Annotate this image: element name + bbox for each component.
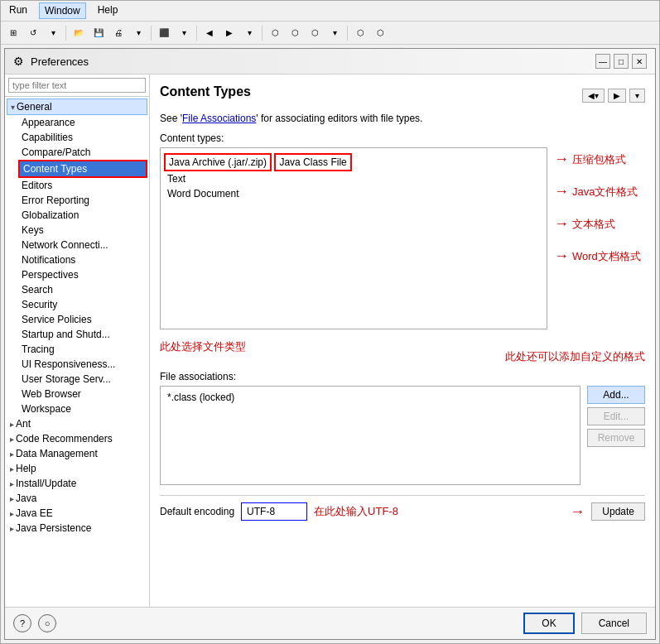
search-input[interactable] bbox=[8, 78, 146, 93]
panel-title: Content Types bbox=[160, 84, 251, 99]
annotation-java: Java文件格式 bbox=[572, 185, 638, 199]
tree-item-help[interactable]: Help bbox=[7, 461, 147, 476]
annotation-word: Word文档格式 bbox=[572, 249, 641, 264]
tree-leaf-content-types[interactable]: Content Types bbox=[18, 160, 147, 178]
tree-leaf-globalization[interactable]: Globalization bbox=[18, 208, 147, 223]
add-button[interactable]: Add... bbox=[587, 386, 645, 404]
toolbar-btn-1[interactable]: ⊞ bbox=[4, 24, 22, 42]
preferences-dialog: ⚙ Preferences — □ ✕ bbox=[4, 48, 656, 640]
chevron-icon-java bbox=[10, 493, 16, 504]
toolbar-btn-5[interactable]: 💾 bbox=[89, 24, 108, 42]
tree-leaf-workspace[interactable]: Workspace bbox=[18, 401, 147, 416]
toolbar-btn-10[interactable]: ◀ bbox=[200, 24, 219, 42]
tree-leaf-editors[interactable]: Editors bbox=[18, 178, 147, 193]
tree-leaf-tracing[interactable]: Tracing bbox=[18, 342, 147, 357]
toolbar-btn-15[interactable]: ⬡ bbox=[306, 24, 324, 42]
tree-item-general[interactable]: General bbox=[7, 99, 147, 115]
toolbar-btn-4[interactable]: 📂 bbox=[70, 24, 88, 42]
toolbar-btn-16[interactable]: ▾ bbox=[325, 24, 344, 42]
toolbar-btn-8[interactable]: ⬛ bbox=[155, 24, 173, 42]
side-buttons: Add... Edit... Remove bbox=[587, 386, 645, 447]
tree-leaf-network[interactable]: Network Connecti... bbox=[18, 238, 147, 252]
tree-item-java[interactable]: Java bbox=[7, 491, 147, 506]
toolbar-btn-9[interactable]: ▾ bbox=[175, 24, 193, 42]
toolbar-btn-2[interactable]: ↺ bbox=[24, 24, 42, 42]
tree-label-data-management: Data Management bbox=[16, 448, 98, 459]
menu-window[interactable]: Window bbox=[39, 2, 86, 19]
toolbar-btn-3[interactable]: ▾ bbox=[44, 24, 62, 42]
dialog-titlebar: ⚙ Preferences — □ ✕ bbox=[5, 49, 655, 74]
tree-item-install-update[interactable]: Install/Update bbox=[7, 476, 147, 491]
search-box bbox=[5, 74, 149, 97]
encoding-label: Default encoding bbox=[160, 506, 234, 517]
toolbar-btn-13[interactable]: ⬡ bbox=[266, 24, 284, 42]
tree-leaf-notifications[interactable]: Notifications bbox=[18, 252, 147, 267]
content-type-word[interactable]: Word Document bbox=[164, 186, 543, 201]
tree-leaf-appearance[interactable]: Appearance bbox=[18, 115, 147, 130]
tree-leaf-error-reporting[interactable]: Error Reporting bbox=[18, 193, 147, 208]
tree-leaf-web-browser[interactable]: Web Browser bbox=[18, 387, 147, 401]
tree-leaf-search[interactable]: Search bbox=[18, 282, 147, 297]
nav-menu-btn[interactable]: ▾ bbox=[629, 89, 645, 103]
menubar: Run Window Help bbox=[1, 1, 659, 22]
tree-leaf-capabilities[interactable]: Capabilities bbox=[18, 130, 147, 145]
toolbar-btn-7[interactable]: ▾ bbox=[129, 24, 147, 42]
file-associations-link[interactable]: File Associations bbox=[182, 113, 256, 124]
toolbar-sep-2 bbox=[151, 26, 152, 41]
help-circle-btn[interactable]: ○ bbox=[38, 614, 56, 632]
chevron-icon-data bbox=[10, 448, 16, 459]
tree-item-code-recommenders[interactable]: Code Recommenders bbox=[7, 431, 147, 446]
tree-item-java-ee[interactable]: Java EE bbox=[7, 506, 147, 521]
tree-item-data-management[interactable]: Data Management bbox=[7, 446, 147, 461]
encoding-row: Default encoding 在此处输入UTF-8 → Update bbox=[160, 495, 645, 521]
toolbar-btn-14[interactable]: ⬡ bbox=[286, 24, 304, 42]
file-assoc-item-class[interactable]: *.class (locked) bbox=[164, 390, 576, 405]
help-question-btn[interactable]: ? bbox=[13, 614, 31, 632]
tree-children-general: Appearance Capabilities Compare/Patch Co… bbox=[18, 115, 147, 416]
close-button[interactable]: ✕ bbox=[632, 54, 647, 69]
nav-back-btn[interactable]: ◀▾ bbox=[582, 89, 605, 103]
update-button[interactable]: Update bbox=[591, 502, 645, 521]
content-type-java-archive[interactable]: Java Archive (.jar/.zip) bbox=[164, 153, 272, 171]
help-buttons: ? ○ bbox=[13, 614, 56, 632]
toolbar-btn-12[interactable]: ▾ bbox=[240, 24, 258, 42]
maximize-button[interactable]: □ bbox=[614, 54, 629, 69]
tree-label-code-recommenders: Code Recommenders bbox=[16, 433, 113, 445]
menu-help[interactable]: Help bbox=[93, 2, 123, 19]
footer-action-buttons: OK Cancel bbox=[523, 613, 647, 634]
tree-leaf-keys[interactable]: Keys bbox=[18, 223, 147, 238]
file-assoc-section: File associations: *.class (locked) Add.… bbox=[160, 371, 645, 485]
encoding-input[interactable] bbox=[241, 502, 307, 521]
toolbar-btn-6[interactable]: 🖨 bbox=[109, 24, 128, 42]
minimize-button[interactable]: — bbox=[595, 54, 610, 69]
dialog-body: General Appearance Capabilities Compare/… bbox=[5, 74, 655, 607]
toolbar-btn-11[interactable]: ▶ bbox=[220, 24, 238, 42]
remove-button[interactable]: Remove bbox=[587, 429, 645, 447]
tree-leaf-ui-responsiveness[interactable]: UI Responsiveness... bbox=[18, 357, 147, 372]
tree-leaf-compare-patch[interactable]: Compare/Patch bbox=[18, 145, 147, 160]
tree-leaf-startup[interactable]: Startup and Shutd... bbox=[18, 327, 147, 342]
tree-label-help: Help bbox=[16, 463, 36, 474]
menu-run[interactable]: Run bbox=[4, 2, 32, 19]
tree-item-java-persistence[interactable]: Java Persistence bbox=[7, 521, 147, 536]
edit-button[interactable]: Edit... bbox=[587, 407, 645, 425]
tree-label-ant: Ant bbox=[16, 418, 31, 430]
tree-label-java: Java bbox=[16, 493, 36, 504]
tree-leaf-user-storage[interactable]: User Storage Serv... bbox=[18, 372, 147, 387]
nav-forward-btn[interactable]: ▶ bbox=[608, 89, 626, 103]
tree-item-ant[interactable]: Ant bbox=[7, 416, 147, 431]
chevron-icon-ant bbox=[10, 418, 16, 430]
main-window: Run Window Help ⊞ ↺ ▾ 📂 💾 🖨 ▾ ⬛ ▾ ◀ ▶ ▾ … bbox=[0, 0, 660, 644]
ok-button[interactable]: OK bbox=[523, 613, 574, 634]
toolbar-btn-18[interactable]: ⬡ bbox=[371, 24, 389, 42]
toolbar-btn-17[interactable]: ⬡ bbox=[351, 24, 369, 42]
tree-leaf-service-policies[interactable]: Service Policies bbox=[18, 312, 147, 327]
chevron-icon-java-persistence bbox=[10, 522, 16, 534]
cancel-button[interactable]: Cancel bbox=[581, 613, 647, 634]
tree-leaf-perspectives[interactable]: Perspectives bbox=[18, 267, 147, 282]
content-type-java-class[interactable]: Java Class File bbox=[274, 153, 351, 171]
chevron-icon-java-ee bbox=[10, 507, 16, 519]
tree-leaf-security[interactable]: Security bbox=[18, 297, 147, 312]
content-type-text[interactable]: Text bbox=[164, 171, 543, 186]
annotation-zip: 压缩包格式 bbox=[572, 152, 626, 167]
